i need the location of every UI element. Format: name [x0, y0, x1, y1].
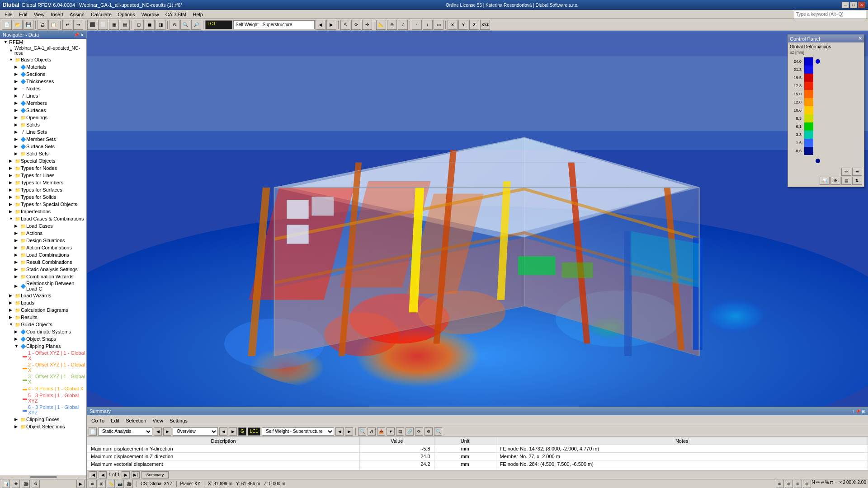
- summary-detach-icon[interactable]: ⊞: [862, 409, 865, 414]
- status-snap-icon[interactable]: ⊕: [89, 480, 97, 488]
- nav-imperfections[interactable]: ▶ 📁 Imperfections: [0, 208, 86, 215]
- nav-special-objects[interactable]: ▶ 📁 Special Objects: [0, 157, 86, 164]
- cp-scale-btn[interactable]: 📊: [820, 177, 830, 185]
- sum-next-btn[interactable]: ▶: [163, 427, 171, 436]
- redo-btn[interactable]: ↪: [73, 20, 83, 30]
- line-btn[interactable]: /: [423, 20, 433, 30]
- menu-edit[interactable]: Edit: [16, 11, 30, 18]
- rfem-expand-icon[interactable]: ▼: [4, 40, 9, 44]
- status-r3[interactable]: ⊕: [794, 480, 802, 488]
- footer-tab[interactable]: Summary: [142, 471, 169, 479]
- nav-loads[interactable]: ▶ 📁 Loads: [0, 299, 86, 306]
- nav-load-wizards[interactable]: ▶ 📁 Load Wizards: [0, 292, 86, 299]
- menu-calculate[interactable]: Calculate: [88, 11, 114, 18]
- sum-lc-prev[interactable]: ◀: [335, 427, 344, 436]
- sum-doc-btn[interactable]: 📄: [89, 427, 97, 436]
- nav-types-surfaces[interactable]: ▶ 📁 Types for Surfaces: [0, 186, 86, 193]
- sum-settings-btn[interactable]: ⚙: [425, 427, 433, 436]
- menu-help[interactable]: Help: [190, 11, 206, 18]
- clipping-plane-5[interactable]: ▬ 5 - 3 Points | 1 - Global XYZ: [0, 392, 86, 404]
- nav-project-item[interactable]: ▼ Webinar_GA-1_all-updated_NO-resu: [0, 45, 86, 56]
- sum-nav-next[interactable]: ▶: [229, 427, 237, 436]
- nav-display-view[interactable]: 👁: [12, 480, 20, 488]
- measure-btn[interactable]: 📐: [376, 20, 386, 30]
- nav-action-combos[interactable]: ▶ 📁 Action Combinations: [0, 244, 86, 251]
- copy-btn[interactable]: 📋: [48, 20, 58, 30]
- sum-zoom-btn[interactable]: 🔍: [358, 427, 366, 436]
- window-controls[interactable]: ─ □ ✕: [842, 2, 865, 8]
- nav-object-snaps[interactable]: ▶ 🔷 Object Snaps: [0, 335, 86, 343]
- nav-print-view[interactable]: 🎥: [22, 480, 30, 488]
- nav-surface-sets[interactable]: ▶ 🔷 Surface Sets: [0, 143, 86, 150]
- sum-refresh-btn[interactable]: ⟳: [415, 427, 423, 436]
- node-btn[interactable]: ·: [412, 20, 422, 30]
- project-expand-icon[interactable]: ▼: [9, 48, 14, 53]
- nav-member-sets[interactable]: ▶ 🔷 Member Sets: [0, 136, 86, 143]
- nav-load-cases[interactable]: ▶ 📁 Load Cases: [0, 222, 86, 230]
- surface-btn[interactable]: ▭: [434, 20, 443, 30]
- nav-line-sets[interactable]: ▶ / Line Sets: [0, 128, 86, 136]
- status-ruler-icon[interactable]: 📏: [107, 480, 115, 488]
- undo-btn[interactable]: ↩: [62, 20, 72, 30]
- nav-solid-sets[interactable]: ▶ 📁 Solid Sets: [0, 150, 86, 157]
- nav-result-combos[interactable]: ▶ 📁 Result Combinations: [0, 258, 86, 266]
- clipping-plane-3[interactable]: ▬ 3 - Offset XYZ | 1 - Global X: [0, 373, 86, 385]
- status-r1[interactable]: ⊕: [776, 480, 784, 488]
- axis-z[interactable]: Z: [469, 20, 479, 30]
- nav-types-nodes[interactable]: ▶ 📁 Types for Nodes: [0, 164, 86, 172]
- nav-sections[interactable]: ▶ 🔷 Sections: [0, 70, 86, 78]
- lc-prev[interactable]: ◀: [316, 20, 326, 30]
- nav-actions[interactable]: ▶ 📁 Actions: [0, 230, 86, 237]
- footer-first-btn[interactable]: |◀: [89, 471, 97, 479]
- nav-design-situations[interactable]: ▶ 📁 Design Situations: [0, 237, 86, 244]
- nav-clipping-boxes[interactable]: ▶ 📁 Clipping Boxes: [0, 416, 86, 423]
- nav-settings-view[interactable]: ⚙: [32, 480, 40, 488]
- sum-filter-btn[interactable]: ▼: [387, 427, 395, 436]
- nav-close-icon[interactable]: ✕: [80, 33, 84, 38]
- cp-list-btn[interactable]: ☰: [852, 168, 862, 176]
- menu-options[interactable]: Options: [115, 11, 138, 18]
- view4[interactable]: ▤: [120, 20, 130, 30]
- cp-filter-btn[interactable]: ▤: [841, 177, 851, 185]
- status-grid-icon[interactable]: ⊞: [98, 480, 106, 488]
- maximize-button[interactable]: □: [850, 2, 857, 8]
- menu-file[interactable]: File: [2, 11, 15, 18]
- zoom-out[interactable]: 🔎: [191, 20, 201, 30]
- nav-types-solids[interactable]: ▶ 📁 Types for Solids: [0, 193, 86, 201]
- sum-prev-btn[interactable]: ◀: [154, 427, 162, 436]
- overview-select[interactable]: Overview: [173, 427, 218, 436]
- summary-settings[interactable]: Settings: [167, 417, 190, 424]
- nav-openings[interactable]: ▶ 📁 Openings: [0, 114, 86, 121]
- save-btn[interactable]: 💾: [24, 20, 33, 30]
- zoom-in[interactable]: 🔍: [180, 20, 190, 30]
- new-btn[interactable]: 📄: [2, 20, 12, 30]
- cp-sort-btn[interactable]: ⇅: [852, 177, 862, 185]
- axis-y[interactable]: Y: [458, 20, 468, 30]
- print-btn[interactable]: 🖨: [38, 20, 47, 30]
- sum-table-btn[interactable]: ▤: [396, 427, 404, 436]
- status-camera-icon[interactable]: 📷: [116, 480, 124, 488]
- sum-link-btn[interactable]: 🔗: [406, 427, 414, 436]
- status-r2[interactable]: ⊕: [785, 480, 793, 488]
- view3[interactable]: ▦: [109, 20, 119, 30]
- status-r4[interactable]: ⊕: [803, 480, 811, 488]
- menu-cad-bim[interactable]: CAD-BIM: [163, 11, 189, 18]
- nav-rfem-root[interactable]: ▼ RFEM: [0, 39, 86, 45]
- nav-relationship-load[interactable]: ▶ 🔷 Relationship Between Load C: [0, 280, 86, 292]
- zoom-extent[interactable]: ⊙: [170, 20, 179, 30]
- clipping-plane-4[interactable]: ▬ 4 - 3 Points | 1 - Global X: [0, 385, 86, 392]
- check-btn[interactable]: ✓: [398, 20, 408, 30]
- render-trans[interactable]: ◨: [156, 20, 165, 30]
- nav-load-combos[interactable]: ▶ 📁 Load Combinations: [0, 251, 86, 258]
- sum-search-btn[interactable]: 🔍: [434, 427, 442, 436]
- footer-prev-btn[interactable]: ◀: [99, 471, 107, 479]
- move-btn[interactable]: ✛: [362, 20, 372, 30]
- summary-edit[interactable]: Edit: [108, 417, 122, 424]
- minimize-button[interactable]: ─: [842, 2, 849, 8]
- nav-members[interactable]: ▶ 🔷 Members: [0, 99, 86, 107]
- nav-types-lines[interactable]: ▶ 📁 Types for Lines: [0, 172, 86, 179]
- nav-calc-diagrams[interactable]: ▶ 📁 Calculation Diagrams: [0, 306, 86, 314]
- rotate-btn[interactable]: ⟳: [351, 20, 361, 30]
- summary-expand-icon[interactable]: ↑: [852, 409, 854, 414]
- nav-types-special[interactable]: ▶ 📁 Types for Special Objects: [0, 201, 86, 208]
